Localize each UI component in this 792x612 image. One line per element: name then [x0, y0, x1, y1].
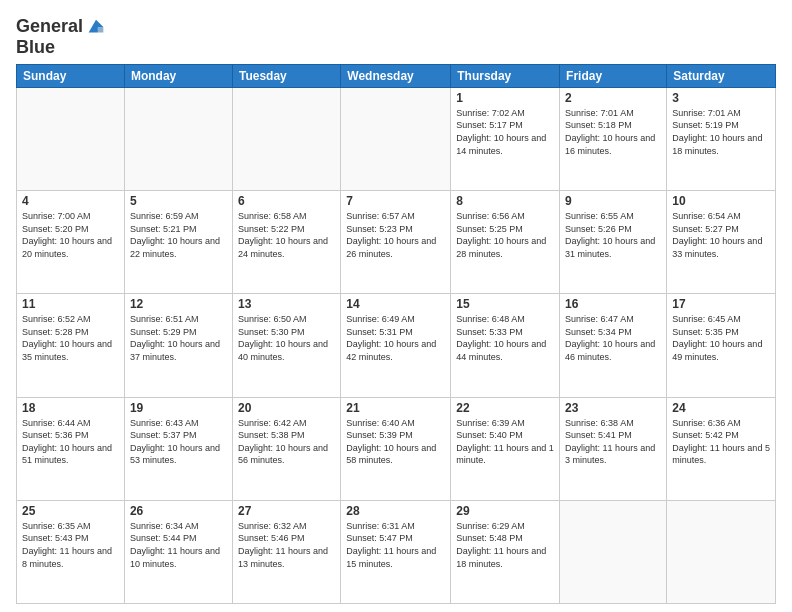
- day-info: Sunrise: 6:49 AMSunset: 5:31 PMDaylight:…: [346, 313, 445, 363]
- day-number: 22: [456, 401, 554, 415]
- day-number: 28: [346, 504, 445, 518]
- calendar-cell[interactable]: 21Sunrise: 6:40 AMSunset: 5:39 PMDayligh…: [341, 397, 451, 500]
- weekday-header: Sunday: [17, 64, 125, 87]
- day-info: Sunrise: 6:45 AMSunset: 5:35 PMDaylight:…: [672, 313, 770, 363]
- calendar-cell[interactable]: 17Sunrise: 6:45 AMSunset: 5:35 PMDayligh…: [667, 294, 776, 397]
- day-info: Sunrise: 6:34 AMSunset: 5:44 PMDaylight:…: [130, 520, 227, 570]
- calendar-cell[interactable]: 27Sunrise: 6:32 AMSunset: 5:46 PMDayligh…: [232, 500, 340, 603]
- calendar-cell[interactable]: 26Sunrise: 6:34 AMSunset: 5:44 PMDayligh…: [124, 500, 232, 603]
- day-info: Sunrise: 7:01 AMSunset: 5:18 PMDaylight:…: [565, 107, 661, 157]
- day-number: 6: [238, 194, 335, 208]
- calendar-cell[interactable]: 23Sunrise: 6:38 AMSunset: 5:41 PMDayligh…: [560, 397, 667, 500]
- day-number: 21: [346, 401, 445, 415]
- day-number: 10: [672, 194, 770, 208]
- day-info: Sunrise: 6:48 AMSunset: 5:33 PMDaylight:…: [456, 313, 554, 363]
- day-number: 3: [672, 91, 770, 105]
- day-number: 19: [130, 401, 227, 415]
- day-info: Sunrise: 7:00 AMSunset: 5:20 PMDaylight:…: [22, 210, 119, 260]
- calendar-cell[interactable]: 10Sunrise: 6:54 AMSunset: 5:27 PMDayligh…: [667, 191, 776, 294]
- page: General Blue SundayMondayTuesdayWednesda…: [0, 0, 792, 612]
- day-info: Sunrise: 6:42 AMSunset: 5:38 PMDaylight:…: [238, 417, 335, 467]
- day-info: Sunrise: 6:43 AMSunset: 5:37 PMDaylight:…: [130, 417, 227, 467]
- day-info: Sunrise: 6:51 AMSunset: 5:29 PMDaylight:…: [130, 313, 227, 363]
- logo: General Blue: [16, 16, 107, 58]
- day-number: 17: [672, 297, 770, 311]
- calendar-cell[interactable]: 1Sunrise: 7:02 AMSunset: 5:17 PMDaylight…: [451, 87, 560, 190]
- day-number: 18: [22, 401, 119, 415]
- day-number: 20: [238, 401, 335, 415]
- day-number: 27: [238, 504, 335, 518]
- day-number: 9: [565, 194, 661, 208]
- day-number: 15: [456, 297, 554, 311]
- day-number: 29: [456, 504, 554, 518]
- day-number: 14: [346, 297, 445, 311]
- day-info: Sunrise: 6:29 AMSunset: 5:48 PMDaylight:…: [456, 520, 554, 570]
- day-number: 12: [130, 297, 227, 311]
- calendar-cell[interactable]: 5Sunrise: 6:59 AMSunset: 5:21 PMDaylight…: [124, 191, 232, 294]
- day-info: Sunrise: 6:55 AMSunset: 5:26 PMDaylight:…: [565, 210, 661, 260]
- calendar-cell[interactable]: 22Sunrise: 6:39 AMSunset: 5:40 PMDayligh…: [451, 397, 560, 500]
- weekday-header: Wednesday: [341, 64, 451, 87]
- day-info: Sunrise: 6:59 AMSunset: 5:21 PMDaylight:…: [130, 210, 227, 260]
- calendar-cell[interactable]: 29Sunrise: 6:29 AMSunset: 5:48 PMDayligh…: [451, 500, 560, 603]
- calendar-cell[interactable]: 28Sunrise: 6:31 AMSunset: 5:47 PMDayligh…: [341, 500, 451, 603]
- logo-general: General: [16, 16, 83, 36]
- day-info: Sunrise: 6:44 AMSunset: 5:36 PMDaylight:…: [22, 417, 119, 467]
- day-info: Sunrise: 6:54 AMSunset: 5:27 PMDaylight:…: [672, 210, 770, 260]
- calendar-cell[interactable]: 14Sunrise: 6:49 AMSunset: 5:31 PMDayligh…: [341, 294, 451, 397]
- day-number: 13: [238, 297, 335, 311]
- weekday-header: Saturday: [667, 64, 776, 87]
- logo-icon: [85, 16, 107, 38]
- weekday-header: Friday: [560, 64, 667, 87]
- day-number: 8: [456, 194, 554, 208]
- calendar-week-row: 1Sunrise: 7:02 AMSunset: 5:17 PMDaylight…: [17, 87, 776, 190]
- calendar-cell: [17, 87, 125, 190]
- calendar-cell: [560, 500, 667, 603]
- calendar-cell[interactable]: 19Sunrise: 6:43 AMSunset: 5:37 PMDayligh…: [124, 397, 232, 500]
- day-info: Sunrise: 6:57 AMSunset: 5:23 PMDaylight:…: [346, 210, 445, 260]
- calendar-cell[interactable]: 3Sunrise: 7:01 AMSunset: 5:19 PMDaylight…: [667, 87, 776, 190]
- calendar-week-row: 25Sunrise: 6:35 AMSunset: 5:43 PMDayligh…: [17, 500, 776, 603]
- day-info: Sunrise: 6:31 AMSunset: 5:47 PMDaylight:…: [346, 520, 445, 570]
- day-info: Sunrise: 6:39 AMSunset: 5:40 PMDaylight:…: [456, 417, 554, 467]
- day-info: Sunrise: 6:35 AMSunset: 5:43 PMDaylight:…: [22, 520, 119, 570]
- day-info: Sunrise: 6:36 AMSunset: 5:42 PMDaylight:…: [672, 417, 770, 467]
- day-number: 26: [130, 504, 227, 518]
- logo-blue: Blue: [16, 37, 55, 57]
- calendar-cell[interactable]: 18Sunrise: 6:44 AMSunset: 5:36 PMDayligh…: [17, 397, 125, 500]
- day-info: Sunrise: 6:47 AMSunset: 5:34 PMDaylight:…: [565, 313, 661, 363]
- day-info: Sunrise: 6:56 AMSunset: 5:25 PMDaylight:…: [456, 210, 554, 260]
- calendar-cell[interactable]: 20Sunrise: 6:42 AMSunset: 5:38 PMDayligh…: [232, 397, 340, 500]
- calendar-cell: [667, 500, 776, 603]
- day-number: 1: [456, 91, 554, 105]
- day-number: 24: [672, 401, 770, 415]
- day-info: Sunrise: 7:02 AMSunset: 5:17 PMDaylight:…: [456, 107, 554, 157]
- calendar-cell[interactable]: 6Sunrise: 6:58 AMSunset: 5:22 PMDaylight…: [232, 191, 340, 294]
- day-info: Sunrise: 7:01 AMSunset: 5:19 PMDaylight:…: [672, 107, 770, 157]
- day-number: 7: [346, 194, 445, 208]
- day-number: 11: [22, 297, 119, 311]
- calendar-cell[interactable]: 25Sunrise: 6:35 AMSunset: 5:43 PMDayligh…: [17, 500, 125, 603]
- calendar-cell[interactable]: 24Sunrise: 6:36 AMSunset: 5:42 PMDayligh…: [667, 397, 776, 500]
- calendar-cell[interactable]: 2Sunrise: 7:01 AMSunset: 5:18 PMDaylight…: [560, 87, 667, 190]
- calendar: SundayMondayTuesdayWednesdayThursdayFrid…: [16, 64, 776, 604]
- day-info: Sunrise: 6:40 AMSunset: 5:39 PMDaylight:…: [346, 417, 445, 467]
- calendar-cell: [341, 87, 451, 190]
- day-number: 4: [22, 194, 119, 208]
- weekday-header: Thursday: [451, 64, 560, 87]
- calendar-cell: [124, 87, 232, 190]
- day-number: 2: [565, 91, 661, 105]
- calendar-cell[interactable]: 13Sunrise: 6:50 AMSunset: 5:30 PMDayligh…: [232, 294, 340, 397]
- calendar-cell[interactable]: 7Sunrise: 6:57 AMSunset: 5:23 PMDaylight…: [341, 191, 451, 294]
- calendar-week-row: 18Sunrise: 6:44 AMSunset: 5:36 PMDayligh…: [17, 397, 776, 500]
- calendar-header-row: SundayMondayTuesdayWednesdayThursdayFrid…: [17, 64, 776, 87]
- calendar-cell[interactable]: 4Sunrise: 7:00 AMSunset: 5:20 PMDaylight…: [17, 191, 125, 294]
- calendar-cell[interactable]: 11Sunrise: 6:52 AMSunset: 5:28 PMDayligh…: [17, 294, 125, 397]
- calendar-cell[interactable]: 12Sunrise: 6:51 AMSunset: 5:29 PMDayligh…: [124, 294, 232, 397]
- calendar-cell[interactable]: 8Sunrise: 6:56 AMSunset: 5:25 PMDaylight…: [451, 191, 560, 294]
- calendar-cell[interactable]: 15Sunrise: 6:48 AMSunset: 5:33 PMDayligh…: [451, 294, 560, 397]
- calendar-cell[interactable]: 16Sunrise: 6:47 AMSunset: 5:34 PMDayligh…: [560, 294, 667, 397]
- day-info: Sunrise: 6:52 AMSunset: 5:28 PMDaylight:…: [22, 313, 119, 363]
- calendar-cell[interactable]: 9Sunrise: 6:55 AMSunset: 5:26 PMDaylight…: [560, 191, 667, 294]
- day-info: Sunrise: 6:38 AMSunset: 5:41 PMDaylight:…: [565, 417, 661, 467]
